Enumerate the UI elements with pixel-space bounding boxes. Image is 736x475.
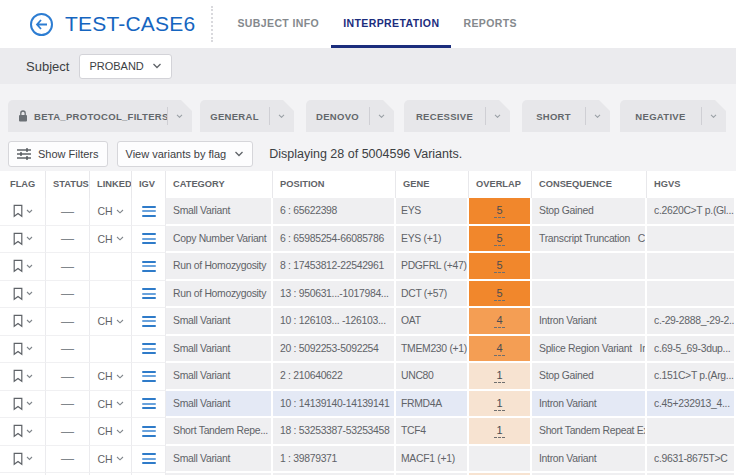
igv-button[interactable] [132,198,166,226]
column-header-category[interactable]: CATEGORY [166,171,273,198]
gene-cell: FRMD4A [396,391,469,419]
filter-tab-menu-caret[interactable] [585,100,610,132]
tab-interpretation[interactable]: INTERPRETATION [331,0,451,48]
column-header-igv[interactable]: IGV [132,171,166,198]
flag-cell[interactable] [0,418,46,446]
table-row[interactable]: — CH Small Variant 10 : 126103... -12610… [0,308,736,336]
tab-subject-info[interactable]: SUBJECT INFO [225,0,331,48]
filter-tab-menu-caret[interactable] [269,100,294,132]
toolbar: Show Filters View variants by flag Displ… [8,141,736,167]
table-row[interactable]: — CH Copy Number Variant 6 : 65985254-66… [0,226,736,254]
overlap-count[interactable]: 4 [494,313,506,328]
igv-button[interactable] [132,363,166,391]
linked-cell[interactable] [90,281,132,309]
linked-cell[interactable]: CH [90,418,132,446]
status-cell: — [46,391,90,419]
igv-button[interactable] [132,418,166,446]
filter-tab-menu-caret[interactable] [485,100,510,132]
back-button[interactable] [30,13,53,36]
igv-button[interactable] [132,253,166,281]
table-row[interactable]: — CH Small Variant 10 : 14139140-1413914… [0,391,736,419]
column-header-gene[interactable]: GENE [396,171,469,198]
linked-cell[interactable]: CH [90,308,132,336]
gene-cell: OAT [396,308,469,336]
overlap-count[interactable]: 5 [494,203,506,218]
flag-cell[interactable] [0,281,46,309]
column-header-linked[interactable]: LINKED [90,171,132,198]
column-header-consequence[interactable]: CONSEQUENCE [532,171,647,198]
column-header-position[interactable]: POSITION [273,171,396,198]
column-header-status[interactable]: STATUS [46,171,90,198]
table-row[interactable]: — Run of Homozygosity 13 : 950631...-101… [0,281,736,309]
table-body: — CH Small Variant 6 : 65622398 EYS 5 St… [0,198,736,475]
view-mode-select[interactable]: View variants by flag [117,141,254,167]
position-cell: 6 : 65985254-66085786 [273,226,396,254]
table-row[interactable]: — CH Small Variant 1 : 39879371 MACF1 (+… [0,446,736,474]
bookmark-flag-icon [12,369,24,383]
overlap-count[interactable]: 5 [494,231,506,246]
chevron-down-icon [26,346,33,351]
hgvs-cell [647,281,736,309]
table-row[interactable]: — CH Small Variant 2 : 210640622 UNC80 1… [0,363,736,391]
subject-label: Subject [26,59,69,74]
overlap-count[interactable]: 5 [494,258,506,273]
table-row[interactable]: — CH Short Tandem Repe... 18 : 53253387-… [0,418,736,446]
tab-reports[interactable]: REPORTS [451,0,529,48]
overlap-count[interactable]: 5 [494,286,506,301]
table-row[interactable]: — Run of Homozygosity 8 : 17453812-22542… [0,253,736,281]
variant-count-summary: Displaying 28 of 5004596 Variants. [269,147,462,161]
linked-cell[interactable]: CH [90,363,132,391]
top-tabs: SUBJECT INFO INTERPRETATION REPORTS [225,0,529,48]
filter-tab-recessive[interactable]: RECESSIVE [404,100,510,132]
hgvs-cell: c.151C>T p.(Arg... [647,363,736,391]
table-row[interactable]: — CH Small Variant 6 : 65622398 EYS 5 St… [0,198,736,226]
overlap-count[interactable]: 1 [494,423,506,438]
overlap-count[interactable]: 4 [494,341,506,356]
igv-tracks-icon [142,316,156,327]
filter-icon [17,148,31,160]
column-header-overlap[interactable]: OVERLAP [469,171,532,198]
overlap-cell: 4 [469,308,532,336]
igv-tracks-icon [142,398,156,409]
filter-tab-menu-caret[interactable] [369,100,394,132]
flag-cell[interactable] [0,446,46,474]
linked-cell[interactable]: CH [90,391,132,419]
filter-tab-general[interactable]: GENERAL [200,100,294,132]
igv-button[interactable] [132,281,166,309]
flag-cell[interactable] [0,253,46,281]
column-header-flag[interactable]: FLAG [0,171,46,198]
igv-button[interactable] [132,446,166,474]
flag-cell[interactable] [0,308,46,336]
flag-cell[interactable] [0,363,46,391]
linked-cell[interactable] [90,336,132,364]
overlap-count[interactable]: 1 [494,368,506,383]
flag-cell[interactable] [0,336,46,364]
linked-cell[interactable]: CH [90,446,132,474]
filter-tab-negative[interactable]: NEGATIVE [620,100,726,132]
chevron-down-icon [26,209,33,214]
linked-cell[interactable]: CH [90,226,132,254]
flag-cell[interactable] [0,198,46,226]
category-cell: Small Variant [166,391,273,419]
linked-cell[interactable]: CH [90,198,132,226]
filter-tab-beta_protocol_filters[interactable]: BETA_PROTOCOL_FILTERS [8,100,192,132]
subject-select[interactable]: PROBAND [79,54,171,79]
hgvs-cell: c.2620C>T p.(Gl... [647,198,736,226]
igv-button[interactable] [132,226,166,254]
filter-tab-menu-caret[interactable] [701,100,726,132]
flag-cell[interactable] [0,391,46,419]
overlap-cell: 5 [469,198,532,226]
filter-tab-denovo[interactable]: DENOVO [306,100,394,132]
linked-cell[interactable] [90,253,132,281]
overlap-count[interactable]: 1 [494,396,506,411]
igv-button[interactable] [132,336,166,364]
filter-tab-menu-caret[interactable] [167,100,192,132]
igv-button[interactable] [132,308,166,336]
column-header-hgvs[interactable]: HGVS [647,171,736,198]
show-filters-button[interactable]: Show Filters [8,141,108,167]
table-row[interactable]: — Small Variant 20 : 5092253-5092254 TME… [0,336,736,364]
bookmark-flag-icon [12,424,24,438]
igv-button[interactable] [132,391,166,419]
flag-cell[interactable] [0,226,46,254]
filter-tab-short[interactable]: SHORT [522,100,610,132]
